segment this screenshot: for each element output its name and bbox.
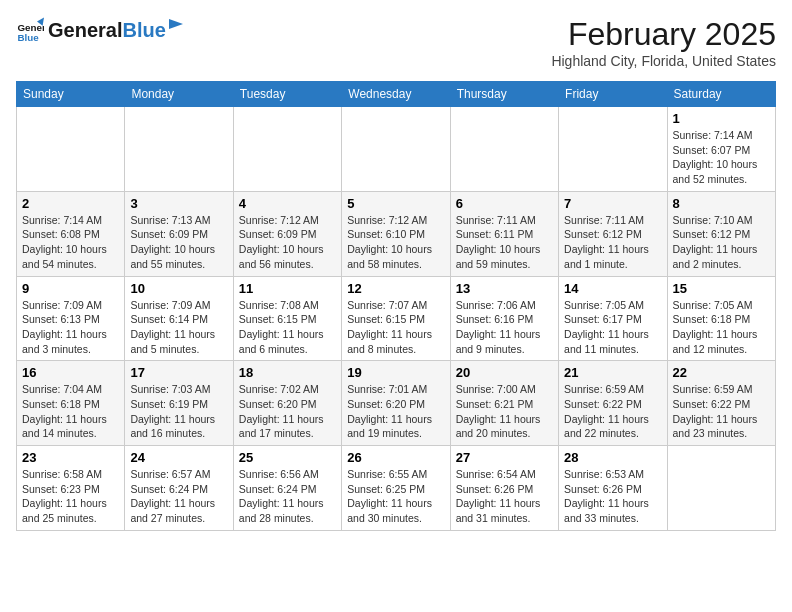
day-number: 14 (564, 281, 661, 296)
logo-icon: General Blue (16, 16, 44, 44)
day-cell: 21Sunrise: 6:59 AM Sunset: 6:22 PM Dayli… (559, 361, 667, 446)
week-row-4: 16Sunrise: 7:04 AM Sunset: 6:18 PM Dayli… (17, 361, 776, 446)
day-cell: 8Sunrise: 7:10 AM Sunset: 6:12 PM Daylig… (667, 191, 775, 276)
week-row-5: 23Sunrise: 6:58 AM Sunset: 6:23 PM Dayli… (17, 446, 776, 531)
day-info: Sunrise: 6:55 AM Sunset: 6:25 PM Dayligh… (347, 467, 444, 526)
day-number: 21 (564, 365, 661, 380)
day-info: Sunrise: 7:07 AM Sunset: 6:15 PM Dayligh… (347, 298, 444, 357)
day-info: Sunrise: 7:13 AM Sunset: 6:09 PM Dayligh… (130, 213, 227, 272)
day-cell: 15Sunrise: 7:05 AM Sunset: 6:18 PM Dayli… (667, 276, 775, 361)
day-cell (667, 446, 775, 531)
day-info: Sunrise: 7:09 AM Sunset: 6:13 PM Dayligh… (22, 298, 119, 357)
day-cell: 17Sunrise: 7:03 AM Sunset: 6:19 PM Dayli… (125, 361, 233, 446)
day-info: Sunrise: 7:14 AM Sunset: 6:07 PM Dayligh… (673, 128, 770, 187)
col-header-tuesday: Tuesday (233, 82, 341, 107)
logo-general: General (48, 19, 122, 42)
day-number: 9 (22, 281, 119, 296)
day-number: 26 (347, 450, 444, 465)
logo: General Blue GeneralBlue (16, 16, 187, 44)
day-cell (559, 107, 667, 192)
page-header: General Blue GeneralBlue February 2025 H… (16, 16, 776, 69)
day-number: 2 (22, 196, 119, 211)
day-info: Sunrise: 7:09 AM Sunset: 6:14 PM Dayligh… (130, 298, 227, 357)
day-info: Sunrise: 7:05 AM Sunset: 6:17 PM Dayligh… (564, 298, 661, 357)
day-cell: 3Sunrise: 7:13 AM Sunset: 6:09 PM Daylig… (125, 191, 233, 276)
day-cell: 16Sunrise: 7:04 AM Sunset: 6:18 PM Dayli… (17, 361, 125, 446)
day-number: 7 (564, 196, 661, 211)
location: Highland City, Florida, United States (551, 53, 776, 69)
day-cell: 7Sunrise: 7:11 AM Sunset: 6:12 PM Daylig… (559, 191, 667, 276)
day-cell: 10Sunrise: 7:09 AM Sunset: 6:14 PM Dayli… (125, 276, 233, 361)
col-header-sunday: Sunday (17, 82, 125, 107)
day-cell: 5Sunrise: 7:12 AM Sunset: 6:10 PM Daylig… (342, 191, 450, 276)
day-info: Sunrise: 6:59 AM Sunset: 6:22 PM Dayligh… (673, 382, 770, 441)
day-cell: 6Sunrise: 7:11 AM Sunset: 6:11 PM Daylig… (450, 191, 558, 276)
day-number: 1 (673, 111, 770, 126)
calendar-header-row: SundayMondayTuesdayWednesdayThursdayFrid… (17, 82, 776, 107)
title-block: February 2025 Highland City, Florida, Un… (551, 16, 776, 69)
day-number: 22 (673, 365, 770, 380)
day-number: 8 (673, 196, 770, 211)
day-number: 11 (239, 281, 336, 296)
day-number: 16 (22, 365, 119, 380)
day-info: Sunrise: 7:14 AM Sunset: 6:08 PM Dayligh… (22, 213, 119, 272)
day-cell: 27Sunrise: 6:54 AM Sunset: 6:26 PM Dayli… (450, 446, 558, 531)
day-cell: 4Sunrise: 7:12 AM Sunset: 6:09 PM Daylig… (233, 191, 341, 276)
col-header-saturday: Saturday (667, 82, 775, 107)
day-number: 13 (456, 281, 553, 296)
day-number: 6 (456, 196, 553, 211)
day-cell: 18Sunrise: 7:02 AM Sunset: 6:20 PM Dayli… (233, 361, 341, 446)
day-cell: 13Sunrise: 7:06 AM Sunset: 6:16 PM Dayli… (450, 276, 558, 361)
day-number: 23 (22, 450, 119, 465)
day-info: Sunrise: 7:03 AM Sunset: 6:19 PM Dayligh… (130, 382, 227, 441)
svg-text:Blue: Blue (17, 32, 39, 43)
day-cell: 28Sunrise: 6:53 AM Sunset: 6:26 PM Dayli… (559, 446, 667, 531)
day-info: Sunrise: 6:53 AM Sunset: 6:26 PM Dayligh… (564, 467, 661, 526)
day-cell: 24Sunrise: 6:57 AM Sunset: 6:24 PM Dayli… (125, 446, 233, 531)
day-cell (342, 107, 450, 192)
week-row-1: 1Sunrise: 7:14 AM Sunset: 6:07 PM Daylig… (17, 107, 776, 192)
day-info: Sunrise: 7:05 AM Sunset: 6:18 PM Dayligh… (673, 298, 770, 357)
day-cell: 12Sunrise: 7:07 AM Sunset: 6:15 PM Dayli… (342, 276, 450, 361)
col-header-thursday: Thursday (450, 82, 558, 107)
logo-blue: Blue (122, 19, 165, 42)
day-number: 5 (347, 196, 444, 211)
day-number: 15 (673, 281, 770, 296)
day-number: 18 (239, 365, 336, 380)
day-info: Sunrise: 7:12 AM Sunset: 6:09 PM Dayligh… (239, 213, 336, 272)
day-info: Sunrise: 7:00 AM Sunset: 6:21 PM Dayligh… (456, 382, 553, 441)
day-cell: 22Sunrise: 6:59 AM Sunset: 6:22 PM Dayli… (667, 361, 775, 446)
day-cell: 9Sunrise: 7:09 AM Sunset: 6:13 PM Daylig… (17, 276, 125, 361)
day-cell: 25Sunrise: 6:56 AM Sunset: 6:24 PM Dayli… (233, 446, 341, 531)
day-number: 25 (239, 450, 336, 465)
month-title: February 2025 (551, 16, 776, 53)
day-cell: 11Sunrise: 7:08 AM Sunset: 6:15 PM Dayli… (233, 276, 341, 361)
day-cell: 20Sunrise: 7:00 AM Sunset: 6:21 PM Dayli… (450, 361, 558, 446)
day-cell: 1Sunrise: 7:14 AM Sunset: 6:07 PM Daylig… (667, 107, 775, 192)
day-info: Sunrise: 7:11 AM Sunset: 6:11 PM Dayligh… (456, 213, 553, 272)
day-number: 4 (239, 196, 336, 211)
logo-flag-icon (169, 19, 187, 37)
day-number: 24 (130, 450, 227, 465)
day-info: Sunrise: 6:56 AM Sunset: 6:24 PM Dayligh… (239, 467, 336, 526)
col-header-monday: Monday (125, 82, 233, 107)
day-info: Sunrise: 7:04 AM Sunset: 6:18 PM Dayligh… (22, 382, 119, 441)
day-info: Sunrise: 6:59 AM Sunset: 6:22 PM Dayligh… (564, 382, 661, 441)
day-info: Sunrise: 7:06 AM Sunset: 6:16 PM Dayligh… (456, 298, 553, 357)
day-cell (233, 107, 341, 192)
week-row-3: 9Sunrise: 7:09 AM Sunset: 6:13 PM Daylig… (17, 276, 776, 361)
day-cell: 2Sunrise: 7:14 AM Sunset: 6:08 PM Daylig… (17, 191, 125, 276)
day-info: Sunrise: 7:08 AM Sunset: 6:15 PM Dayligh… (239, 298, 336, 357)
day-number: 3 (130, 196, 227, 211)
day-number: 12 (347, 281, 444, 296)
week-row-2: 2Sunrise: 7:14 AM Sunset: 6:08 PM Daylig… (17, 191, 776, 276)
day-number: 19 (347, 365, 444, 380)
calendar-table: SundayMondayTuesdayWednesdayThursdayFrid… (16, 81, 776, 531)
day-number: 28 (564, 450, 661, 465)
day-number: 10 (130, 281, 227, 296)
day-cell (450, 107, 558, 192)
day-cell (125, 107, 233, 192)
day-info: Sunrise: 7:11 AM Sunset: 6:12 PM Dayligh… (564, 213, 661, 272)
day-number: 27 (456, 450, 553, 465)
day-cell: 19Sunrise: 7:01 AM Sunset: 6:20 PM Dayli… (342, 361, 450, 446)
